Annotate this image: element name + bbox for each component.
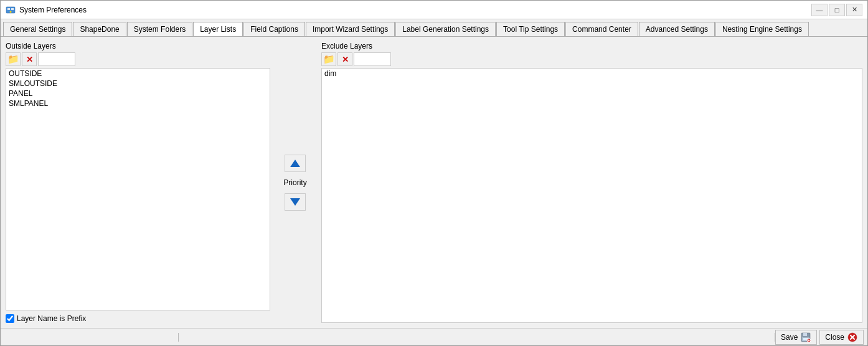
maximize-button[interactable]: □ [829,4,845,16]
tab-nesting-engine[interactable]: Nesting Engine Settings [715,22,809,36]
outside-layers-panel: Outside Layers 📁 ✕ OUTSIDE SMLOUTSIDE PA… [6,42,270,323]
tab-field-captions[interactable]: Field Captions [243,22,305,36]
exclude-layers-toolbar: 📁 ✕ [321,52,862,67]
status-segment-2 [179,333,775,342]
exclude-layers-label: Exclude Layers [321,42,862,50]
checkbox-row: Layer Name is Prefix [6,314,270,323]
close-icon [847,332,858,343]
close-button[interactable]: Close [819,330,864,345]
list-item[interactable]: PANEL [6,89,270,99]
main-window: System Preferences — □ ✕ General Setting… [0,0,868,346]
content-area: Outside Layers 📁 ✕ OUTSIDE SMLOUTSIDE PA… [1,37,867,328]
arrow-up-icon [290,160,300,167]
exclude-layer-input[interactable] [354,52,391,66]
priority-up-button[interactable] [285,155,306,172]
status-segment-1 [4,333,179,342]
tab-command-center[interactable]: Command Center [565,22,638,36]
list-item[interactable]: SMLOUTSIDE [6,79,270,89]
tab-import-wizard[interactable]: Import Wizard Settings [306,22,395,36]
svg-rect-5 [803,333,807,336]
minimize-button[interactable]: — [811,4,828,16]
exclude-layers-list[interactable]: dim [321,68,862,323]
bottom-buttons: Save Close [775,330,864,345]
outside-remove-button[interactable]: ✕ [22,52,37,66]
tab-label-generation[interactable]: Label Generation Settings [395,22,496,36]
panels-row: Outside Layers 📁 ✕ OUTSIDE SMLOUTSIDE PA… [6,42,862,323]
save-button[interactable]: Save [775,330,817,345]
close-label: Close [825,333,844,342]
priority-column: Priority [270,42,320,323]
title-bar: System Preferences — □ ✕ [1,1,867,19]
window-title: System Preferences [19,6,87,14]
folder-add-icon2: 📁 [323,54,335,65]
arrow-down-icon [290,198,300,206]
tab-shapedone[interactable]: ShapeDone [73,22,126,36]
list-item[interactable]: dim [322,69,862,79]
exclude-layers-panel: Exclude Layers 📁 ✕ dim [321,42,862,323]
tab-tooltip[interactable]: Tool Tip Settings [496,22,565,36]
priority-down-button[interactable] [285,193,306,211]
layer-name-prefix-checkbox[interactable] [6,314,14,323]
outside-layers-toolbar: 📁 ✕ [6,52,270,67]
window-icon [6,5,16,15]
outside-layers-list[interactable]: OUTSIDE SMLOUTSIDE PANEL SMLPANEL [6,68,270,310]
save-icon [800,332,811,343]
svg-rect-2 [11,8,14,10]
tabs-bar: General Settings ShapeDone System Folder… [1,19,867,37]
exclude-add-button[interactable]: 📁 [321,52,336,66]
tab-advanced-settings[interactable]: Advanced Settings [639,22,715,36]
layer-name-prefix-label: Layer Name is Prefix [17,314,86,323]
status-left [4,333,775,342]
outside-layer-input[interactable] [38,52,75,66]
list-item[interactable]: SMLPANEL [6,99,270,108]
outside-layers-label: Outside Layers [6,42,270,50]
title-bar-buttons: — □ ✕ [811,4,862,16]
list-item[interactable]: OUTSIDE [6,69,270,79]
folder-add-icon: 📁 [7,54,19,65]
tab-system-folders[interactable]: System Folders [127,22,192,36]
svg-point-3 [10,11,12,12]
priority-label: Priority [283,178,306,187]
remove-icon2: ✕ [342,55,349,64]
remove-icon: ✕ [26,55,33,64]
tab-general-settings[interactable]: General Settings [3,22,72,36]
status-bar: Save Close [1,328,867,345]
outside-add-button[interactable]: 📁 [6,52,21,66]
svg-rect-1 [7,8,10,10]
tab-layer-lists[interactable]: Layer Lists [193,22,243,37]
exclude-remove-button[interactable]: ✕ [337,52,352,66]
window-close-button[interactable]: ✕ [846,4,862,16]
save-label: Save [781,333,798,342]
title-bar-left: System Preferences [6,5,87,15]
